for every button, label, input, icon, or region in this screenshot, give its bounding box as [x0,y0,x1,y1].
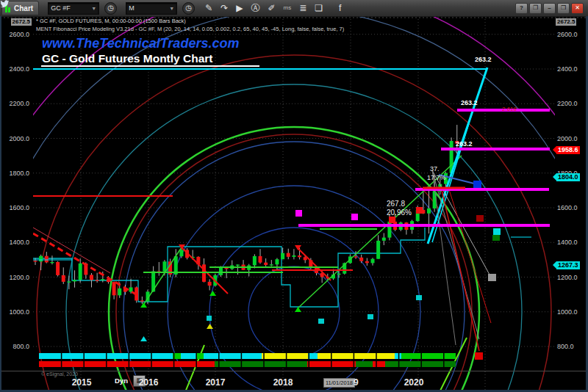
dyn-button-label[interactable]: Dyn [115,377,128,385]
price-tick-label: 1200.0 [557,274,578,281]
price-tick-label: 2200.0 [557,100,578,107]
signal-square [476,215,484,222]
price-level-tag: 1804.0 [556,173,580,181]
symbol-history-icon[interactable]: ◷ [104,2,117,15]
chart-title: GC - Gold Futures Montly Chart [42,52,213,65]
chat-icon[interactable]: ❏ [312,1,326,15]
candle-body [45,256,49,263]
signal-strip-segment [356,361,373,367]
candle-body [382,238,386,241]
candle-body [259,256,262,263]
year-tick-label: 2016 [139,377,159,388]
candle-body [50,262,54,263]
minimize-button[interactable]: – [543,3,556,14]
candle-body [101,279,104,280]
price-tick-label: 2000.0 [9,135,29,142]
signal-strip-segment [395,353,401,359]
signal-square [295,210,302,217]
facebook-icon[interactable]: f [336,1,344,15]
candle-body [225,268,229,269]
interval-value: M [129,4,135,12]
price-tick-label: 1200.0 [9,274,29,281]
price-tick-label: 2200.0 [9,100,29,107]
price-tick-label: 1400.0 [557,239,578,246]
chevron-down-icon: ▼ [169,6,174,11]
candle-body [179,250,183,256]
candle-body [236,264,240,265]
esignal-chart-window: Chart GC #F ▼ ◷ M ▼ ◷ ✎↷▶Ⓐ✐ms≣❏f ?❐–❒✕ 2… [0,0,588,392]
year-tick-label: 2020 [404,377,424,388]
left-price-axis[interactable]: 2672.5 2600.02400.02200.02000.01800.0160… [0,16,32,371]
restore-button[interactable]: ❐ [529,3,542,14]
price-tick-label: 1800.0 [9,170,29,177]
window-controls: ?❐–❒✕ [515,3,584,14]
signal-square [318,319,324,324]
signal-strip-segment [39,353,173,359]
last-price-tag: 2672.5 [11,18,32,26]
candle-body [62,275,65,282]
website-watermark: www.TheTechnicalTraders.com [42,36,239,51]
signal-square [492,235,500,241]
signal-strip-segment [318,353,395,359]
candle-body [292,255,295,257]
fib-annotation: 267.8 [387,200,405,208]
close-button[interactable]: ✕ [571,3,584,14]
signal-square [473,181,481,188]
candle-body [56,262,60,275]
signal-square [351,214,358,220]
signal-square [416,207,423,214]
candle-body [90,275,93,280]
symbol-combo[interactable]: GC #F ▼ [48,2,99,15]
time-axis[interactable]: © eSignal, 2020 Dyn ▦ 11/01/2018 9 20152… [0,371,588,391]
price-tick-label: 1400.0 [9,239,29,246]
draw-pencil-icon[interactable]: ✎ [202,1,215,15]
price-tick-label: 1000.0 [557,308,578,316]
signal-strip-segment [215,361,307,367]
ms-icon[interactable]: ms [281,1,295,15]
annotate-icon[interactable]: ✐ [265,1,278,15]
chevron-down-icon: ▼ [91,6,96,11]
play-icon[interactable]: ▶ [233,1,245,15]
candle-body [79,264,82,280]
symbol-value: GC #F [51,4,71,12]
window-frame-left [0,16,1,392]
candle-body [67,281,71,282]
maximize-button[interactable]: ❒ [557,3,570,14]
signal-square [207,316,212,321]
toolbar: Chart GC #F ▼ ◷ M ▼ ◷ ✎↷▶Ⓐ✐ms≣❏f ?❐–❒✕ [0,0,588,17]
auto-analysis-icon[interactable]: Ⓐ [248,1,262,15]
signal-strip-segment [373,361,385,367]
price-tick-label: 800.0 [557,343,574,350]
interval-combo[interactable]: M ▼ [126,2,177,15]
signal-strip-segment [401,353,456,359]
price-tick-label: 1600.0 [9,204,29,211]
candle-body [287,253,290,257]
candle-body [118,288,121,295]
redo-icon[interactable]: ↷ [218,1,231,15]
interval-history-icon[interactable]: ◷ [182,2,195,15]
candle-body [219,268,223,275]
signal-square [493,228,501,235]
candle-body [140,300,144,301]
candle-body [112,282,116,295]
candle-body [376,241,380,259]
copyright-label: © eSignal, 2020 [41,371,78,377]
fib-annotation: 2.618 [502,106,517,112]
price-level-tag: 1958.6 [556,146,580,154]
fib-annotation: 263.2 [456,140,473,148]
study-header: MENT Fibonacci Price Modeling V3.21d - G… [36,26,344,32]
layout-icon[interactable]: ≣ [296,1,309,15]
candle-body [433,192,437,208]
partial-year-label: 9 [354,377,359,388]
candle-body [359,258,363,261]
help-button[interactable]: ? [515,3,528,14]
right-price-axis[interactable]: 2672.5 2600.02400.02200.02000.01800.0160… [556,16,588,371]
fib-annotation: 37. [430,165,440,173]
candle-body [202,264,206,282]
candle-body [354,256,358,257]
candle-body [34,261,37,261]
candle-body [253,256,257,266]
candle-body [264,263,268,265]
crosshair-date-tag: 11/01/2018 [323,378,355,388]
price-tick-label: 2600.0 [9,31,29,38]
